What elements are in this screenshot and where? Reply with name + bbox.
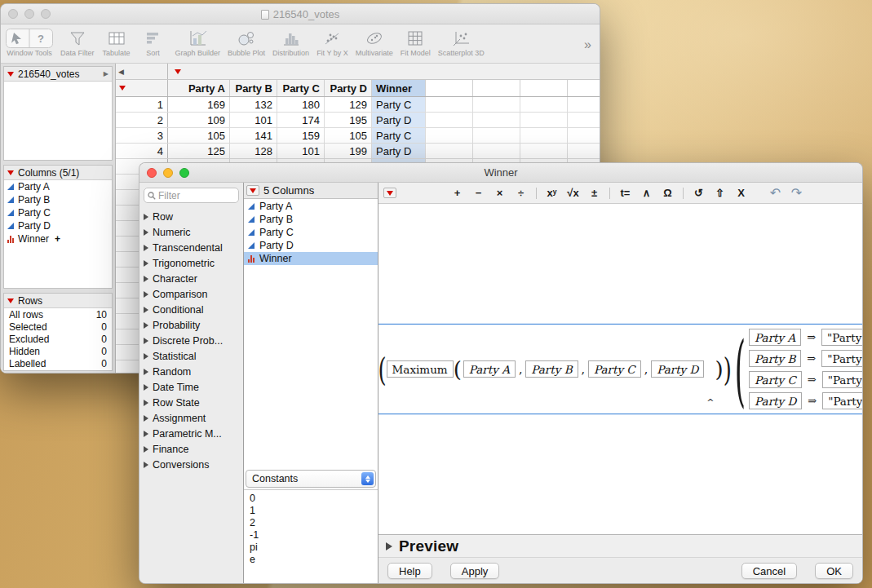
- column-reference[interactable]: Party C: [588, 360, 641, 378]
- toolbar-item-bubble-plot[interactable]: Bubble Plot: [228, 27, 265, 57]
- toolbar-item-sort[interactable]: Sort: [139, 27, 168, 57]
- toolbar-item-multivariate[interactable]: Multivariate: [356, 27, 393, 57]
- redo-button[interactable]: ↷: [788, 186, 805, 201]
- rows-menu-icon[interactable]: [119, 86, 126, 91]
- table-cell[interactable]: [520, 144, 568, 158]
- table-cell[interactable]: [520, 113, 568, 127]
- table-cell[interactable]: 105: [168, 128, 230, 143]
- table-cell[interactable]: Party D: [372, 113, 426, 127]
- table-cell[interactable]: [568, 97, 600, 112]
- disclosure-triangle-icon[interactable]: [144, 322, 148, 329]
- case-value[interactable]: Party D: [749, 392, 802, 409]
- constant-item[interactable]: -1: [250, 528, 372, 541]
- table-cell[interactable]: Party C: [372, 97, 426, 112]
- main-window-titlebar[interactable]: 216540_votes: [1, 4, 600, 24]
- sidebar-column-item-party-b[interactable]: Party B: [4, 193, 112, 206]
- toolbar-item-data-filter[interactable]: Data Filter: [60, 27, 95, 57]
- formula-subtract-button[interactable]: −: [470, 186, 487, 201]
- table-cell[interactable]: 105: [325, 128, 372, 143]
- columns-panel-header[interactable]: Columns (5/1): [4, 166, 112, 180]
- function-group-assignment[interactable]: Assignment: [144, 410, 239, 426]
- formula-editor-window[interactable]: Winner RowNumericTranscendentalTrigonome…: [139, 162, 863, 584]
- toolbar-item-fit-model[interactable]: Fit Model: [401, 27, 431, 57]
- table-cell[interactable]: 195: [325, 113, 372, 127]
- table-cell[interactable]: [520, 97, 568, 112]
- function-group-comparison[interactable]: Comparison: [144, 286, 239, 302]
- formula-root-button[interactable]: √x: [564, 186, 582, 201]
- table-cell[interactable]: Party D: [372, 144, 426, 158]
- table-cell[interactable]: [568, 128, 600, 143]
- preview-disclosure-icon[interactable]: [386, 542, 392, 550]
- function-group-probability[interactable]: Probability: [144, 317, 239, 333]
- constant-item[interactable]: 2: [250, 516, 372, 528]
- table-cell[interactable]: 101: [277, 144, 325, 158]
- disclosure-triangle-icon[interactable]: [144, 400, 148, 406]
- function-group-finance[interactable]: Finance: [144, 441, 239, 457]
- disclosure-triangle-icon[interactable]: [144, 260, 148, 267]
- table-cell[interactable]: [520, 128, 568, 143]
- table-cell[interactable]: 129: [325, 97, 372, 112]
- formula-window-titlebar[interactable]: Winner: [139, 163, 862, 183]
- function-group-row[interactable]: Row: [144, 209, 239, 224]
- toolbar-overflow-chevron[interactable]: »: [581, 38, 595, 52]
- table-cell[interactable]: 159: [277, 128, 325, 143]
- toolbar-item-window-tools[interactable]: ?Window Tools: [6, 27, 53, 57]
- empty-column-header[interactable]: [473, 80, 520, 96]
- case-value[interactable]: Party B: [749, 350, 801, 367]
- chevron-right-icon[interactable]: ▶: [104, 70, 108, 77]
- formula-divide-button[interactable]: ÷: [512, 186, 529, 201]
- toolbar-item-graph-builder[interactable]: Graph Builder: [175, 27, 221, 57]
- preview-bar[interactable]: Preview: [378, 534, 862, 557]
- column-header-party-b[interactable]: Party B: [230, 80, 277, 96]
- undo-button[interactable]: ↶: [767, 186, 784, 201]
- column-reference[interactable]: Party B: [525, 360, 578, 378]
- sidebar-column-item-winner[interactable]: Winner+: [4, 232, 112, 245]
- disclosure-triangle-icon[interactable]: [144, 369, 148, 375]
- function-group-statistical[interactable]: Statistical: [144, 348, 239, 364]
- function-group-random[interactable]: Random: [144, 364, 239, 379]
- table-cell[interactable]: [473, 144, 520, 158]
- disclosure-triangle-icon[interactable]: [144, 338, 148, 344]
- formula-rotate-button[interactable]: ↺: [690, 186, 707, 201]
- red-triangle-menu-icon[interactable]: [7, 170, 14, 175]
- table-row[interactable]: 3105141159105Party C: [116, 128, 600, 144]
- formula-power-button[interactable]: xʸ: [543, 186, 560, 201]
- table-cell[interactable]: 125: [168, 144, 230, 158]
- disclosure-triangle-icon[interactable]: [144, 291, 148, 298]
- function-group-transcendental[interactable]: Transcendental: [144, 240, 239, 255]
- table-cell[interactable]: [426, 113, 473, 127]
- table-cell[interactable]: 132: [230, 97, 277, 112]
- formula-delete-button[interactable]: X: [733, 186, 750, 201]
- column-header-party-a[interactable]: Party A: [168, 80, 230, 96]
- disclosure-triangle-icon[interactable]: [144, 276, 148, 282]
- table-cell[interactable]: [473, 97, 520, 112]
- toolbar-item-tabulate[interactable]: Tabulate: [102, 27, 131, 57]
- function-group-discrete-prob[interactable]: Discrete Prob...: [144, 333, 239, 348]
- cancel-button[interactable]: Cancel: [741, 563, 797, 579]
- formula-insert-button[interactable]: ∧: [638, 186, 655, 201]
- formula-multiply-button[interactable]: ×: [491, 186, 508, 201]
- toolbar-item-scatterplot-3d[interactable]: Scatterplot 3D: [438, 27, 485, 57]
- close-window-icon[interactable]: [147, 168, 157, 178]
- case-result[interactable]: "Party A": [821, 329, 862, 346]
- function-group-numeric[interactable]: Numeric: [144, 224, 239, 240]
- case-value[interactable]: Party A: [749, 329, 801, 346]
- case-result[interactable]: "Party D": [822, 392, 862, 409]
- table-cell[interactable]: 199: [325, 144, 372, 158]
- zoom-window-icon[interactable]: [41, 9, 51, 19]
- sidebar-column-item-party-c[interactable]: Party C: [4, 206, 112, 219]
- disclosure-triangle-icon[interactable]: [144, 384, 148, 391]
- table-row[interactable]: 2109101174195Party D: [116, 113, 600, 128]
- formula-column-item-party-d[interactable]: Party D: [244, 239, 378, 252]
- formula-promote-button[interactable]: ⇧: [711, 186, 728, 201]
- constant-item[interactable]: 0: [250, 492, 372, 504]
- table-cell[interactable]: 174: [277, 113, 325, 127]
- function-group-row-state[interactable]: Row State: [144, 395, 239, 410]
- column-header-party-d[interactable]: Party D: [325, 80, 372, 96]
- formula-add-button[interactable]: +: [449, 186, 466, 201]
- constant-item[interactable]: e: [250, 553, 372, 565]
- function-group-character[interactable]: Character: [144, 271, 239, 286]
- disclosure-triangle-icon[interactable]: [144, 214, 148, 220]
- table-cell[interactable]: [426, 128, 473, 143]
- table-cell[interactable]: [426, 144, 473, 158]
